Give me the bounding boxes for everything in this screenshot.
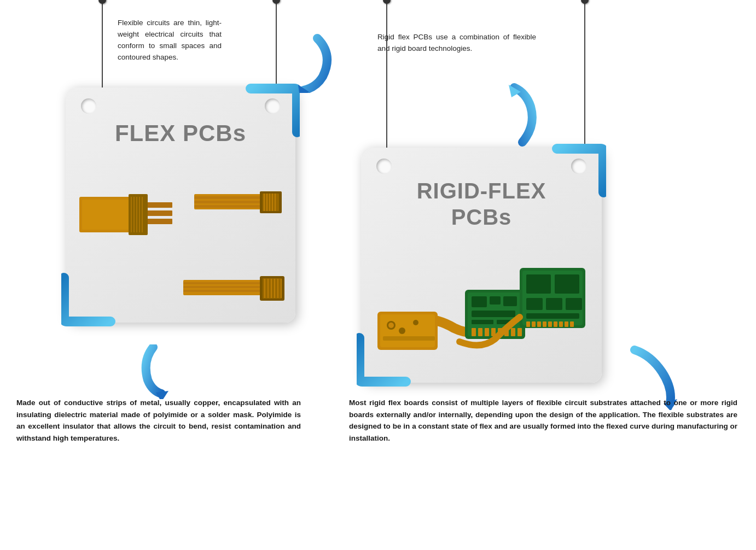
svg-rect-27 xyxy=(263,278,282,299)
desc-flex-bottom: Made out of conductive strips of metal, … xyxy=(16,397,301,444)
desc-flex-top: Flexible circuits are thin, light-weight… xyxy=(118,17,222,63)
svg-rect-12 xyxy=(194,196,263,199)
svg-rect-47 xyxy=(472,320,493,324)
svg-rect-63 xyxy=(566,298,582,310)
svg-rect-55 xyxy=(511,328,515,336)
arrow-flex-top xyxy=(268,33,339,95)
desc-rigid-bottom: Most rigid flex boards consist of multip… xyxy=(349,397,737,444)
rigid-pcb-card: RIGID-FLEX PCBs xyxy=(361,148,602,383)
svg-rect-13 xyxy=(194,201,263,203)
svg-rect-25 xyxy=(183,290,264,292)
flex-card-title: FLEX PCBs xyxy=(66,120,295,147)
svg-rect-56 xyxy=(517,328,522,336)
svg-rect-49 xyxy=(472,328,476,336)
svg-rect-51 xyxy=(485,328,489,336)
string-left-rigid xyxy=(386,0,387,151)
svg-rect-59 xyxy=(526,274,551,294)
arrow-rigid-top xyxy=(492,82,553,150)
rigid-pcb-area xyxy=(372,246,591,366)
svg-rect-71 xyxy=(559,321,563,327)
nail-left-rigid xyxy=(383,0,391,4)
svg-rect-61 xyxy=(526,298,543,310)
flex-pcb-board-1 xyxy=(79,194,172,235)
svg-rect-68 xyxy=(543,321,546,327)
svg-rect-35 xyxy=(380,314,435,347)
svg-rect-67 xyxy=(537,321,541,327)
string-right-rigid xyxy=(584,0,585,151)
svg-rect-64 xyxy=(526,313,579,319)
flex-pcb-card: FLEX PCBs xyxy=(66,87,295,323)
svg-point-37 xyxy=(388,323,394,328)
svg-rect-69 xyxy=(548,321,552,327)
svg-rect-43 xyxy=(472,296,487,307)
flex-pcb-board-2 xyxy=(194,189,282,216)
arrow-flex-bottom xyxy=(131,344,191,401)
svg-rect-40 xyxy=(383,336,435,341)
desc-rigid-top: Rigid flex PCBs use a combination of fle… xyxy=(377,32,536,55)
svg-rect-50 xyxy=(478,328,482,336)
svg-rect-66 xyxy=(532,321,536,327)
svg-rect-14 xyxy=(194,205,263,208)
svg-rect-24 xyxy=(183,286,264,288)
svg-rect-16 xyxy=(263,194,279,211)
svg-rect-60 xyxy=(555,274,579,294)
svg-point-38 xyxy=(399,327,405,334)
nail-right-flex xyxy=(272,0,280,4)
hole-left-rigid xyxy=(376,159,392,174)
svg-rect-73 xyxy=(570,321,574,327)
svg-rect-72 xyxy=(565,321,568,327)
svg-rect-23 xyxy=(183,282,264,284)
hole-left-flex xyxy=(81,98,96,114)
svg-rect-70 xyxy=(554,321,557,327)
nail-right-rigid xyxy=(581,0,589,4)
svg-rect-65 xyxy=(526,321,530,327)
nail-left-flex xyxy=(98,0,106,4)
flex-pcb-area xyxy=(77,186,284,306)
string-left-flex xyxy=(102,0,103,93)
rigid-card-title: RIGID-FLEX PCBs xyxy=(361,178,602,230)
svg-point-39 xyxy=(413,320,418,325)
svg-rect-62 xyxy=(546,298,562,310)
svg-rect-46 xyxy=(472,311,515,317)
rigid-pcb-svg xyxy=(372,246,591,366)
flex-pcb-board-3 xyxy=(183,273,284,303)
svg-rect-45 xyxy=(503,296,517,306)
svg-rect-44 xyxy=(490,296,501,305)
